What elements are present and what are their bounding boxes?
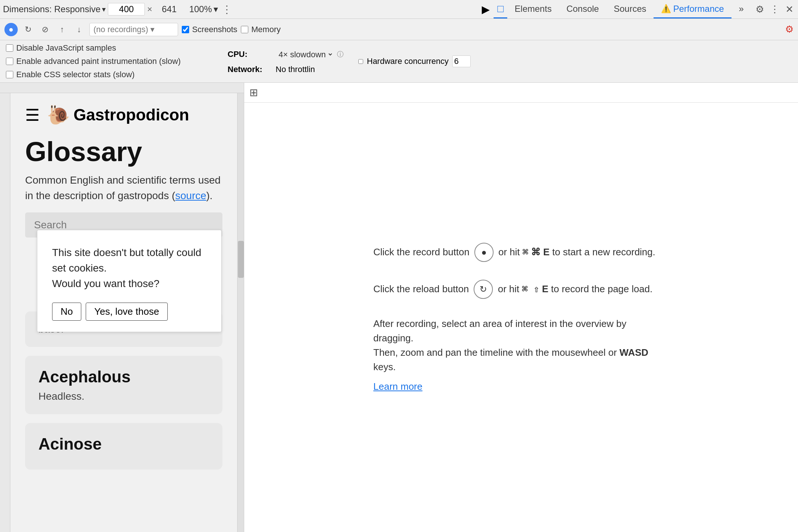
- sidebar-toggle-icon[interactable]: ⊞: [249, 86, 258, 99]
- cpu-network-settings: CPU: 4× slowdown No throttling 6× slowdo…: [228, 49, 344, 74]
- scrollbar-track[interactable]: [237, 93, 244, 532]
- more-options-button[interactable]: ⋮: [220, 2, 233, 17]
- instruction-reload-text: Click the reload button ↻ or hit ⌘ ⇧ E t…: [374, 280, 653, 299]
- css-selector-checkbox[interactable]: [6, 71, 13, 78]
- performance-instructions: Click the record button ● or hit ⌘ ⌘ E t…: [244, 103, 798, 532]
- main-area: ☰ 🐌 Gastropodicon Glossary Common Englis…: [0, 83, 798, 532]
- tab-sources[interactable]: Sources: [606, 0, 654, 18]
- network-row: Network: No throttlin: [228, 65, 344, 74]
- advanced-paint-checkbox[interactable]: [6, 58, 13, 65]
- cookie-dialog: This site doesn't but totally could set …: [37, 230, 222, 332]
- width-input[interactable]: [108, 3, 145, 16]
- settings-row: Disable JavaScript samples Enable advanc…: [0, 40, 798, 83]
- wasd-text: WASD: [620, 347, 648, 358]
- advanced-paint-setting: Enable advanced paint instrumentation (s…: [6, 57, 220, 66]
- instruction-reload: Click the reload button ↻ or hit ⌘ ⇧ E t…: [374, 280, 669, 299]
- dimensions-label: Dimensions: Responsive ▾: [3, 4, 106, 14]
- page-title: Glossary: [25, 137, 222, 167]
- zoom-label[interactable]: 100% ▾: [189, 4, 218, 14]
- cookie-yes-button[interactable]: Yes, love those: [86, 303, 167, 321]
- dropdown-chevron-icon: ▾: [150, 25, 154, 34]
- cpu-info-icon: ⓘ: [337, 50, 344, 59]
- recordings-dropdown[interactable]: (no recordings) ▾: [89, 23, 178, 36]
- devtools-sidebar-icon-row: ⊞: [244, 83, 798, 103]
- download-button[interactable]: ↓: [72, 23, 86, 36]
- record-btn-visual: ●: [474, 243, 494, 262]
- instruction-record: Click the record button ● or hit ⌘ ⌘ E t…: [374, 243, 669, 262]
- ruler-vertical: [0, 93, 10, 532]
- scrollbar-thumb[interactable]: [238, 241, 244, 278]
- zoom-chevron-icon: ▾: [214, 4, 218, 14]
- acinose-card: Acinose: [25, 423, 222, 470]
- site-main: Glossary Common English and scientific t…: [10, 133, 237, 238]
- warn-icon: ⚠️: [661, 4, 671, 14]
- memory-checkbox[interactable]: [241, 26, 248, 33]
- height-input[interactable]: [154, 4, 184, 14]
- toolbar-row: ● ↻ ⊘ ↑ ↓ (no recordings) ▾ Screenshots …: [0, 19, 798, 40]
- dimension-separator: ×: [147, 4, 152, 14]
- cookie-buttons: No Yes, love those: [52, 303, 207, 321]
- devtools-icons-right: ⚙ ⋮ ✕: [754, 2, 795, 17]
- site-header: ☰ 🐌 Gastropodicon: [10, 93, 237, 133]
- top-bar-left: Dimensions: Responsive ▾ × 100% ▾ ⋮: [3, 2, 233, 17]
- cookie-text: This site doesn't but totally could set …: [52, 245, 207, 291]
- ruler-horizontal: [0, 83, 244, 93]
- after-recording-text: After recording, select an area of inter…: [374, 317, 669, 374]
- disable-js-checkbox[interactable]: [6, 44, 13, 52]
- source-link[interactable]: source: [175, 190, 206, 201]
- screenshots-checkbox-label[interactable]: Screenshots: [182, 25, 237, 34]
- tab-performance[interactable]: ⚠️ Performance: [654, 0, 731, 18]
- devtools-tabs: ▶ □ Elements Console Sources ⚠️ Performa…: [478, 0, 795, 18]
- record-kbd: ⌘: [522, 246, 528, 258]
- record-key: ⌘ E: [531, 246, 550, 258]
- tab-more[interactable]: »: [732, 0, 751, 18]
- tab-elements[interactable]: Elements: [507, 0, 559, 18]
- devtools-panel: ⊞ Click the record button ● or hit ⌘ ⌘ E…: [244, 83, 798, 532]
- site-logo: 🐌 Gastropodicon: [47, 104, 189, 126]
- devtools-more-icon[interactable]: ⋮: [768, 2, 781, 17]
- browser-content: ☰ 🐌 Gastropodicon Glossary Common Englis…: [10, 93, 237, 532]
- css-selector-setting: Enable CSS selector stats (slow): [6, 70, 220, 79]
- browser-viewport-wrapper: ☰ 🐌 Gastropodicon Glossary Common Englis…: [0, 93, 244, 532]
- acephalous-card: Acephalous Headless.: [25, 356, 222, 414]
- instructions-block: Click the record button ● or hit ⌘ ⌘ E t…: [374, 243, 669, 392]
- browser-panel: ☰ 🐌 Gastropodicon Glossary Common Englis…: [0, 83, 244, 532]
- reload-button[interactable]: ↻: [21, 23, 35, 36]
- settings-checkboxes: Disable JavaScript samples Enable advanc…: [6, 43, 220, 79]
- top-bar: Dimensions: Responsive ▾ × 100% ▾ ⋮ ▶ □ …: [0, 0, 798, 19]
- disable-js-setting: Disable JavaScript samples: [6, 43, 220, 53]
- learn-more-link[interactable]: Learn more: [374, 381, 423, 392]
- settings-icon[interactable]: ⚙: [754, 2, 765, 17]
- hamburger-icon[interactable]: ☰: [25, 106, 40, 125]
- cards-area: base. Acephalous Headless. Acinose: [10, 311, 237, 470]
- cpu-select[interactable]: 4× slowdown No throttling 6× slowdown: [276, 49, 333, 60]
- reload-btn-visual: ↻: [474, 280, 493, 299]
- screenshots-checkbox[interactable]: [182, 26, 189, 33]
- snail-icon: 🐌: [47, 104, 70, 126]
- reload-key: E: [542, 283, 548, 294]
- hardware-concurrency-row: Hardware concurrency: [358, 55, 471, 67]
- reload-kbd: ⌘ ⇧: [522, 283, 539, 294]
- cursor-icon[interactable]: ▶: [478, 3, 494, 16]
- inspect-icon[interactable]: □: [494, 0, 507, 18]
- cookie-no-button[interactable]: No: [52, 303, 81, 321]
- tab-console[interactable]: Console: [559, 0, 606, 18]
- hardware-input[interactable]: [452, 55, 471, 67]
- site-container: ☰ 🐌 Gastropodicon Glossary Common Englis…: [10, 93, 237, 532]
- upload-button[interactable]: ↑: [55, 23, 69, 36]
- glossary-description: Common English and scientific terms used…: [25, 173, 222, 204]
- memory-checkbox-label[interactable]: Memory: [241, 25, 280, 34]
- instruction-record-text: Click the record button ● or hit ⌘ ⌘ E t…: [374, 243, 655, 262]
- dimensions-chevron-icon[interactable]: ▾: [102, 5, 106, 14]
- capture-settings-icon[interactable]: ⚙: [785, 24, 794, 35]
- cpu-row: CPU: 4× slowdown No throttling 6× slowdo…: [228, 49, 344, 60]
- record-button[interactable]: ●: [4, 23, 18, 36]
- clear-button[interactable]: ⊘: [38, 23, 52, 36]
- close-icon[interactable]: ✕: [784, 2, 795, 17]
- hardware-checkbox[interactable]: [358, 59, 363, 64]
